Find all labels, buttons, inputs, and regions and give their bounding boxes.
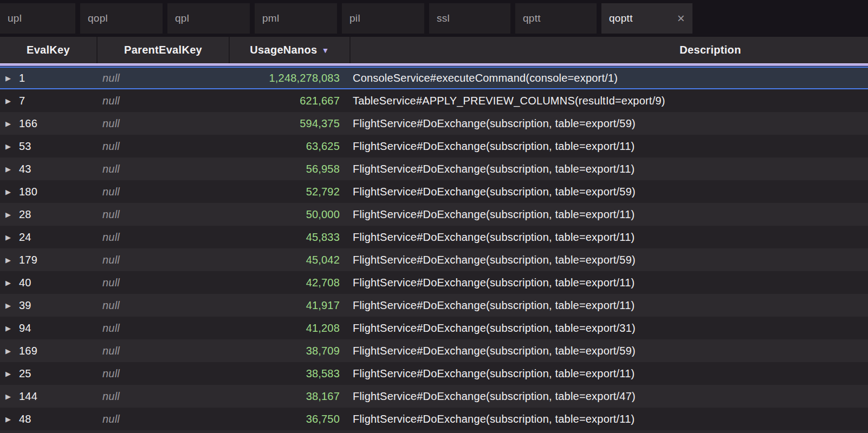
table-row[interactable]: ▶179null45,042FlightService#DoExchange(s… <box>0 248 868 271</box>
description-cell: FlightService#DoExchange(subscription, t… <box>349 345 868 357</box>
row-expand-icon[interactable]: ▶ <box>5 234 14 241</box>
eval-key-cell: ▶48 <box>0 413 96 425</box>
table-row[interactable]: ▶144null38,167FlightService#DoExchange(s… <box>0 385 868 408</box>
eval-key-value: 94 <box>19 322 31 334</box>
tab-label: qoptt <box>609 12 633 24</box>
parent-eval-key-cell: null <box>96 322 229 334</box>
column-header-label: EvalKey <box>27 44 70 56</box>
tab-qoptt[interactable]: qoptt× <box>601 3 692 34</box>
usage-nanos-cell: 621,667 <box>229 95 349 107</box>
row-expand-icon[interactable]: ▶ <box>5 325 14 332</box>
row-expand-icon[interactable]: ▶ <box>5 188 14 195</box>
usage-nanos-cell: 63,625 <box>229 140 349 153</box>
eval-key-cell: ▶166 <box>0 117 96 130</box>
usage-nanos-cell: 594,375 <box>229 117 349 130</box>
tab-pml[interactable]: pml <box>255 3 337 34</box>
row-expand-icon[interactable]: ▶ <box>5 143 14 150</box>
parent-eval-key-cell: null <box>96 368 229 380</box>
description-cell: FlightService#DoExchange(subscription, t… <box>349 390 868 403</box>
row-expand-icon[interactable]: ▶ <box>5 166 14 173</box>
description-cell: FlightService#DoExchange(subscription, t… <box>349 322 868 334</box>
tab-qptt[interactable]: qptt <box>515 3 597 34</box>
eval-key-cell: ▶169 <box>0 345 96 357</box>
table-row[interactable]: ▶25null38,583FlightService#DoExchange(su… <box>0 362 868 385</box>
parent-eval-key-cell: null <box>96 413 229 425</box>
column-header-description[interactable]: Description <box>349 37 868 63</box>
eval-key-cell: ▶53 <box>0 140 96 153</box>
row-expand-icon[interactable]: ▶ <box>5 302 14 309</box>
column-header-usagenanos[interactable]: UsageNanos ▼ <box>229 37 349 63</box>
description-cell: FlightService#DoExchange(subscription, t… <box>349 208 868 221</box>
parent-eval-key-cell: null <box>96 390 229 403</box>
row-expand-icon[interactable]: ▶ <box>5 347 14 355</box>
row-expand-icon[interactable]: ▶ <box>5 211 14 218</box>
table-row[interactable]: ▶39null41,917FlightService#DoExchange(su… <box>0 294 868 317</box>
row-expand-icon[interactable]: ▶ <box>5 75 14 82</box>
row-expand-icon[interactable]: ▶ <box>5 416 14 423</box>
column-header-label: ParentEvalKey <box>124 44 202 56</box>
eval-key-value: 1 <box>19 72 25 84</box>
tab-ssl[interactable]: ssl <box>429 3 510 34</box>
table-row[interactable]: ▶180null52,792FlightService#DoExchange(s… <box>0 180 868 203</box>
usage-nanos-cell: 52,792 <box>229 186 349 198</box>
row-expand-icon[interactable]: ▶ <box>5 120 14 127</box>
usage-nanos-cell: 45,833 <box>229 231 349 244</box>
table-row[interactable]: ▶40null42,708FlightService#DoExchange(su… <box>0 271 868 294</box>
eval-key-cell: ▶24 <box>0 231 96 244</box>
tab-close-icon[interactable]: × <box>677 12 685 25</box>
parent-eval-key-cell: null <box>96 208 229 221</box>
tab-label: upl <box>8 12 22 24</box>
tab-bar: uplqoplqplpmlpilsslqpttqoptt× <box>0 0 868 37</box>
parent-eval-key-cell: null <box>96 163 229 175</box>
eval-key-value: 25 <box>19 368 31 380</box>
table-row[interactable]: ▶169null38,709FlightService#DoExchange(s… <box>0 339 868 362</box>
table-row[interactable]: ▶94null41,208FlightService#DoExchange(su… <box>0 317 868 339</box>
usage-nanos-cell: 50,000 <box>229 208 349 221</box>
description-cell: FlightService#DoExchange(subscription, t… <box>349 277 868 289</box>
parent-eval-key-cell: null <box>96 299 229 312</box>
parent-eval-key-cell: null <box>96 95 229 107</box>
eval-key-cell: ▶144 <box>0 390 96 403</box>
row-expand-icon[interactable]: ▶ <box>5 279 14 286</box>
eval-key-cell: ▶7 <box>0 95 96 107</box>
table-row[interactable]: ▶48null36,750FlightService#DoExchange(su… <box>0 408 868 430</box>
eval-key-cell: ▶39 <box>0 299 96 312</box>
tab-label: pil <box>349 12 360 24</box>
description-cell: FlightService#DoExchange(subscription, t… <box>349 254 868 266</box>
description-cell: FlightService#DoExchange(subscription, t… <box>349 140 868 153</box>
eval-key-value: 43 <box>19 163 31 175</box>
eval-key-value: 28 <box>19 208 31 221</box>
eval-key-cell: ▶180 <box>0 186 96 198</box>
row-expand-icon[interactable]: ▶ <box>5 257 14 264</box>
parent-eval-key-cell: null <box>96 186 229 198</box>
row-expand-icon[interactable]: ▶ <box>5 97 14 104</box>
tab-pil[interactable]: pil <box>342 3 424 34</box>
eval-key-value: 179 <box>19 254 37 266</box>
description-cell: ConsoleService#executeCommand(console=ex… <box>349 72 868 84</box>
usage-nanos-cell: 45,042 <box>229 254 349 266</box>
grid-header: EvalKey ParentEvalKey UsageNanos ▼ Descr… <box>0 37 868 63</box>
column-header-parentevalkey[interactable]: ParentEvalKey <box>96 37 229 63</box>
eval-key-cell: ▶43 <box>0 163 96 175</box>
row-expand-icon[interactable]: ▶ <box>5 393 14 400</box>
table-row[interactable]: ▶43null56,958FlightService#DoExchange(su… <box>0 158 868 180</box>
table-row[interactable]: ▶166null594,375FlightService#DoExchange(… <box>0 112 868 135</box>
column-header-evalkey[interactable]: EvalKey <box>0 37 96 63</box>
parent-eval-key-cell: null <box>96 277 229 289</box>
eval-key-value: 24 <box>19 231 31 244</box>
tab-qopl[interactable]: qopl <box>80 3 163 34</box>
usage-nanos-cell: 42,708 <box>229 277 349 289</box>
table-row[interactable]: ▶24null45,833FlightService#DoExchange(su… <box>0 226 868 248</box>
eval-key-cell: ▶25 <box>0 368 96 380</box>
table-row[interactable]: ▶53null63,625FlightService#DoExchange(su… <box>0 135 868 158</box>
description-cell: FlightService#DoExchange(subscription, t… <box>349 163 868 175</box>
table-row[interactable]: ▶1null1,248,278,083ConsoleService#execut… <box>0 67 868 89</box>
eval-key-cell: ▶28 <box>0 208 96 221</box>
row-expand-icon[interactable]: ▶ <box>5 370 14 377</box>
tab-qpl[interactable]: qpl <box>167 3 250 34</box>
tab-upl[interactable]: upl <box>0 3 75 34</box>
usage-nanos-cell: 38,709 <box>229 345 349 357</box>
table-row[interactable]: ▶7null621,667TableService#APPLY_PREVIEW_… <box>0 89 868 112</box>
parent-eval-key-cell: null <box>96 231 229 244</box>
table-row[interactable]: ▶28null50,000FlightService#DoExchange(su… <box>0 203 868 226</box>
